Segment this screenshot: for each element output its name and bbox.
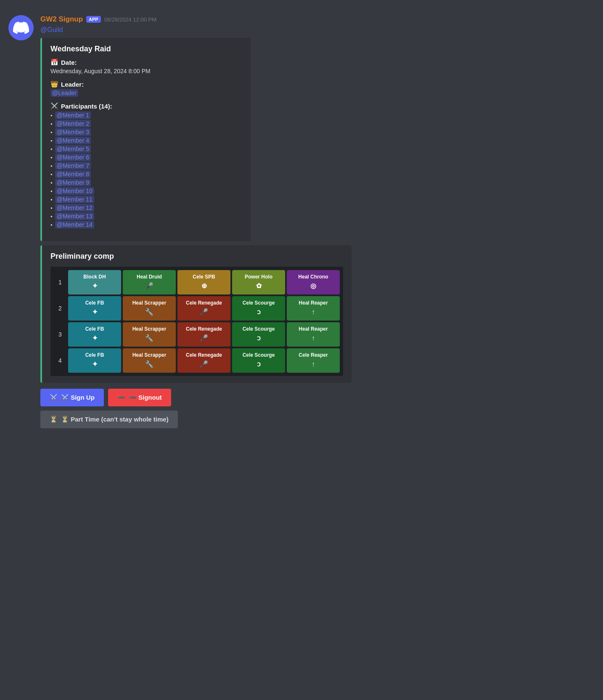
buttons-row: ⚔️ ⚔️ Sign Up ➖ ➖ Signout [40,389,595,406]
participant-mention: @Member 3 [55,128,91,136]
date-label: 📅 Date: [50,58,242,66]
comp-cell: Heal Reaper↑ [287,296,340,321]
cell-label: Cele Scourge [243,300,275,307]
parttime-button[interactable]: ⏳ ⏳ Part Time (can't stay whole time) [40,411,178,428]
comp-cell: Heal Scrapper🔧 [123,322,176,347]
comp-cell: Cele Renegade🎤 [177,322,230,347]
comp-title: Preliminary comp [50,252,343,261]
comp-cell: Block DH✦ [68,270,121,294]
message-timestamp: 08/28/2024 12:00 PM [104,16,156,23]
message-container: GW2 Signup APP 08/28/2024 12:00 PM @Guil… [0,8,603,439]
participant-item: ●@Member 10 [50,187,242,195]
bullet-icon: ● [50,130,53,134]
cell-label: Heal Reaper [299,300,328,307]
cell-label: Heal Druid [137,274,162,281]
cell-label: Cele Scourge [243,326,275,333]
leader-mention: @Leader [50,89,78,97]
participant-item: ●@Member 7 [50,162,242,170]
bullet-icon: ● [50,215,53,218]
comp-cell: Heal Chrono◎ [287,270,340,294]
signup-icon: ⚔️ [50,394,58,401]
signout-icon: ➖ [117,394,125,401]
cell-label: Heal Scrapper [132,300,167,307]
participant-item: ●@Member 6 [50,154,242,161]
comp-cell: Heal Scrapper🔧 [123,296,176,321]
bullet-icon: ● [50,139,53,143]
cell-icon: ↑ [312,308,315,317]
parttime-row: ⏳ ⏳ Part Time (can't stay whole time) [40,411,595,428]
participant-item: ●@Member 12 [50,204,242,212]
cell-icon: 🔧 [145,360,153,369]
calendar-icon: 📅 [50,58,58,66]
participants-list: ●@Member 1●@Member 2●@Member 3●@Member 4… [50,111,242,228]
cell-label: Cele SPB [193,274,215,281]
comp-cell: Cele FB✦ [68,322,121,347]
cell-icon: ↄ [257,334,261,343]
cell-icon: ◎ [310,282,316,291]
row-number: 1 [54,270,66,294]
leader-field: 👑 Leader: @Leader [50,80,242,96]
cell-icon: ↑ [312,334,315,343]
participant-item: ●@Member 5 [50,145,242,153]
comp-grid: 1Block DH✦Heal Druid🎤Cele SPB⊕Power Holo… [50,267,343,376]
participant-mention: @Member 9 [55,179,91,186]
comp-cell: Cele Reaper↑ [287,348,340,373]
participant-mention: @Member 12 [55,204,94,212]
participant-mention: @Member 4 [55,137,91,144]
cell-label: Cele Renegade [186,300,222,307]
cell-icon: ↑ [312,360,315,369]
participant-item: ●@Member 8 [50,170,242,178]
participant-mention: @Member 1 [55,111,91,119]
cell-icon: ✦ [92,334,98,343]
comp-cell: Heal Druid🎤 [123,270,176,294]
signout-button[interactable]: ➖ ➖ Signout [108,389,171,406]
bullet-icon: ● [50,223,53,227]
bullet-icon: ● [50,164,53,168]
participant-item: ●@Member 1 [50,111,242,119]
bot-avatar [8,15,34,40]
participant-mention: @Member 7 [55,162,91,170]
crown-icon: 👑 [50,80,58,88]
participant-item: ●@Member 11 [50,196,242,203]
signup-button[interactable]: ⚔️ ⚔️ Sign Up [40,389,104,406]
participant-mention: @Member 6 [55,154,91,161]
comp-cell: Power Holo✿ [232,270,285,294]
participant-mention: @Member 13 [55,212,94,220]
cell-label: Cele FB [85,326,104,333]
cell-icon: ↄ [257,360,261,369]
row-number: 2 [54,296,66,321]
message-body: GW2 Signup APP 08/28/2024 12:00 PM @Guil… [40,15,595,432]
cell-icon: ⊕ [201,282,207,291]
cell-icon: ✦ [92,282,98,291]
discord-icon [13,20,29,36]
raid-title: Wednesday Raid [50,45,242,53]
cell-icon: 🎤 [200,334,208,343]
participant-mention: @Member 5 [55,145,91,153]
leader-label: 👑 Leader: [50,80,242,88]
bullet-icon: ● [50,147,53,151]
swords-icon: ⚔️ [50,102,58,110]
cell-icon: ↄ [257,308,261,317]
row-number: 4 [54,348,66,373]
participant-item: ●@Member 13 [50,212,242,220]
cell-label: Cele Scourge [243,352,275,359]
cell-icon: 🎤 [200,360,208,369]
comp-cell: Cele Renegade🎤 [177,348,230,373]
cell-label: Cele Reaper [299,352,328,359]
participant-mention: @Member 14 [55,221,94,228]
bullet-icon: ● [50,198,53,202]
cell-icon: 🔧 [145,334,153,343]
bullet-icon: ● [50,181,53,185]
leader-value: @Leader [50,90,242,96]
cell-label: Heal Scrapper [132,326,167,333]
participant-item: ●@Member 3 [50,128,242,136]
bullet-icon: ● [50,114,53,117]
comp-cell: Heal Reaper↑ [287,322,340,347]
comp-cell: Cele FB✦ [68,296,121,321]
cell-label: Block DH [83,274,106,281]
comp-card: Preliminary comp 1Block DH✦Heal Druid🎤Ce… [40,245,352,383]
comp-cell: Heal Scrapper🔧 [123,348,176,373]
cell-label: Heal Reaper [299,326,328,333]
bullet-icon: ● [50,172,53,176]
comp-cell: Cele Scourgeↄ [232,296,285,321]
